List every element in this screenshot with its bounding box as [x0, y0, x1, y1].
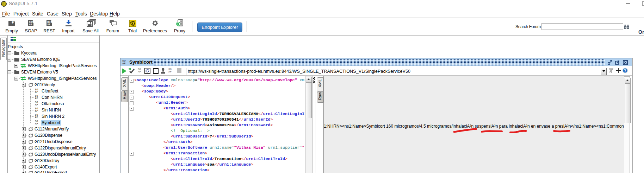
svg-text:✱: ✱	[50, 20, 53, 24]
svg-text:?: ?	[624, 68, 626, 72]
svg-text:✱: ✱	[32, 20, 35, 24]
svg-text:✱: ✱	[11, 21, 14, 24]
svg-text:ST: ST	[47, 23, 50, 26]
svg-text:AP: AP	[29, 23, 32, 26]
